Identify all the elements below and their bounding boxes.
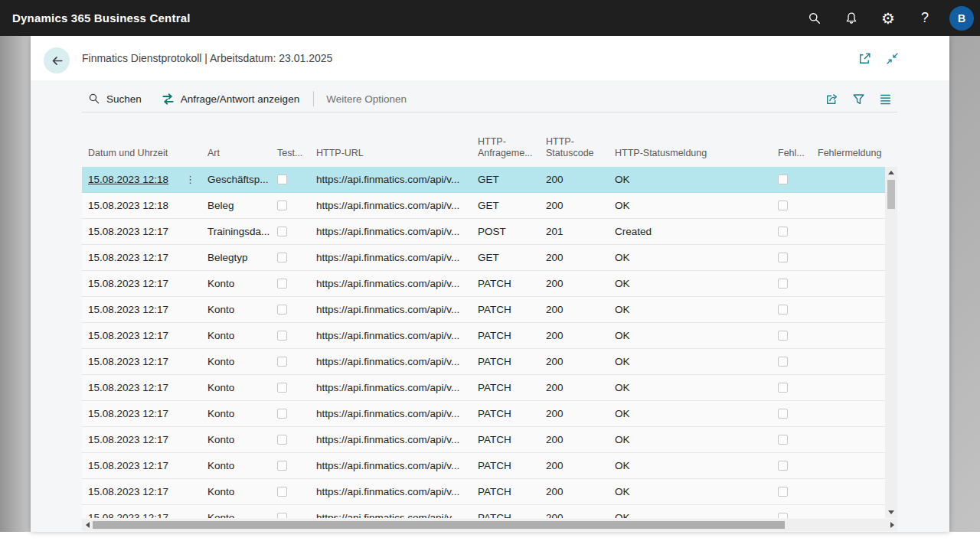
test-checkbox[interactable] <box>277 174 287 184</box>
filter-button[interactable] <box>851 91 866 106</box>
datetime-link[interactable]: 15.08.2023 12:17 <box>88 434 168 445</box>
app-title[interactable]: Dynamics 365 Business Central <box>12 11 191 24</box>
error-checkbox[interactable] <box>778 513 788 518</box>
table-row[interactable]: 15.08.2023 12:17Belegtyphttps://api.finm… <box>82 245 885 271</box>
test-checkbox[interactable] <box>277 435 287 445</box>
table-row[interactable]: 15.08.2023 12:18Beleghttps://api.finmati… <box>82 193 885 219</box>
test-checkbox[interactable] <box>277 253 287 262</box>
error-checkbox[interactable] <box>778 357 788 367</box>
error-checkbox[interactable] <box>778 487 788 497</box>
datetime-link[interactable]: 15.08.2023 12:17 <box>88 460 168 471</box>
datetime-link[interactable]: 15.08.2023 12:17 <box>88 356 168 367</box>
avatar[interactable]: B <box>949 6 974 31</box>
table-row[interactable]: 15.08.2023 12:17Kontohttps://api.finmati… <box>82 479 885 505</box>
datetime-link[interactable]: 15.08.2023 12:17 <box>88 278 168 289</box>
table-row[interactable]: 15.08.2023 12:17Trainingsda...https://ap… <box>82 219 885 245</box>
share-button[interactable] <box>824 91 839 106</box>
horizontal-scrollbar-thumb[interactable] <box>93 521 785 529</box>
datetime-link[interactable]: 15.08.2023 12:17 <box>88 252 168 263</box>
cell-http-url: https://api.finmatics.com/api/v... <box>310 167 472 192</box>
table-row[interactable]: 15.08.2023 12:17Kontohttps://api.finmati… <box>82 453 885 479</box>
datetime-link[interactable]: 15.08.2023 12:18 <box>88 200 168 211</box>
table-row[interactable]: 15.08.2023 12:17Kontohttps://api.finmati… <box>82 427 885 453</box>
datetime-link[interactable]: 15.08.2023 12:17 <box>88 382 168 393</box>
datetime-link[interactable]: 15.08.2023 12:17 <box>88 226 168 237</box>
cell-fehler <box>772 193 812 218</box>
datetime-link[interactable]: 15.08.2023 12:17 <box>88 486 168 497</box>
error-checkbox[interactable] <box>778 279 788 289</box>
test-checkbox[interactable] <box>277 331 287 341</box>
column-header-code[interactable]: HTTP- Statuscode <box>540 136 609 167</box>
table-row[interactable]: 15.08.2023 12:17Kontohttps://api.finmati… <box>82 271 885 297</box>
horizontal-scrollbar[interactable] <box>82 519 897 531</box>
table-row[interactable]: 15.08.2023 12:17Kontohttps://api.finmati… <box>82 505 885 518</box>
show-request-response-action[interactable]: Anfrage/Antwort anzeigen <box>162 93 299 106</box>
error-checkbox[interactable] <box>778 331 788 341</box>
scroll-left-button[interactable] <box>82 519 93 531</box>
table-row[interactable]: 15.08.2023 12:17Kontohttps://api.finmati… <box>82 297 885 323</box>
help-button[interactable]: ? <box>906 0 943 36</box>
table-row[interactable]: 15.08.2023 12:17Kontohttps://api.finmati… <box>82 349 885 375</box>
test-checkbox[interactable] <box>277 383 287 393</box>
column-header-art[interactable]: Art <box>201 148 271 167</box>
triangle-right-icon <box>890 522 894 528</box>
more-options-label: Weitere Optionen <box>326 93 407 105</box>
popout-button[interactable] <box>856 50 873 67</box>
table-row[interactable]: 15.08.2023 12:17Kontohttps://api.finmati… <box>82 323 885 349</box>
column-header-test[interactable]: Test... <box>271 148 310 167</box>
search-button[interactable] <box>796 0 833 36</box>
search-action[interactable]: Suchen <box>88 93 142 105</box>
column-header-msg[interactable]: HTTP-Statusmeldung <box>609 148 772 167</box>
scroll-up-button[interactable] <box>885 167 897 178</box>
column-header-err[interactable]: Fehlermeldung <box>812 148 885 167</box>
error-checkbox[interactable] <box>778 174 788 184</box>
datetime-link[interactable]: 15.08.2023 12:17 <box>88 408 168 419</box>
test-checkbox[interactable] <box>277 487 287 497</box>
cell-http-url: https://api.finmatics.com/api/v... <box>310 349 472 374</box>
column-header-url[interactable]: HTTP-URL <box>310 148 472 167</box>
error-checkbox[interactable] <box>778 253 788 262</box>
table-row[interactable]: 15.08.2023 12:18⋮Geschäftsp...https://ap… <box>82 167 885 193</box>
column-header-datetime[interactable]: Datum und Uhrzeit <box>82 148 201 167</box>
cell-fehler <box>772 219 812 244</box>
vertical-scrollbar-thumb[interactable] <box>887 180 895 209</box>
cell-art: Konto <box>201 453 271 478</box>
account-button[interactable]: B <box>943 0 980 36</box>
row-options-icon[interactable]: ⋮ <box>181 174 195 185</box>
scroll-down-button[interactable] <box>885 507 897 518</box>
test-checkbox[interactable] <box>277 279 287 289</box>
test-checkbox[interactable] <box>277 357 287 367</box>
test-checkbox[interactable] <box>277 227 287 236</box>
column-header-method[interactable]: HTTP- Anfrageme... <box>472 136 540 167</box>
test-checkbox[interactable] <box>277 461 287 471</box>
datetime-link[interactable]: 15.08.2023 12:17 <box>88 304 168 315</box>
scroll-right-button[interactable] <box>887 519 897 531</box>
cell-fehlermeldung <box>812 375 885 400</box>
error-checkbox[interactable] <box>778 227 788 236</box>
collapse-button[interactable] <box>884 50 900 67</box>
error-checkbox[interactable] <box>778 305 788 315</box>
settings-button[interactable]: ⚙ <box>870 0 906 36</box>
notifications-button[interactable] <box>833 0 870 36</box>
datetime-link[interactable]: 15.08.2023 12:18 <box>88 174 168 185</box>
test-checkbox[interactable] <box>277 409 287 419</box>
back-button[interactable] <box>44 47 70 73</box>
error-checkbox[interactable] <box>778 461 788 471</box>
test-checkbox[interactable] <box>277 305 287 315</box>
cell-http-url: https://api.finmatics.com/api/v... <box>310 427 472 452</box>
table-body: 15.08.2023 12:18⋮Geschäftsp...https://ap… <box>82 167 885 518</box>
datetime-link[interactable]: 15.08.2023 12:17 <box>88 330 168 341</box>
more-options-action[interactable]: Weitere Optionen <box>326 93 407 105</box>
test-checkbox[interactable] <box>277 201 287 210</box>
table-row[interactable]: 15.08.2023 12:17Kontohttps://api.finmati… <box>82 375 885 401</box>
vertical-scrollbar[interactable] <box>885 167 897 518</box>
table-row[interactable]: 15.08.2023 12:17Kontohttps://api.finmati… <box>82 401 885 427</box>
column-header-fehl[interactable]: Fehl... <box>772 148 812 167</box>
test-checkbox[interactable] <box>277 513 287 518</box>
error-checkbox[interactable] <box>778 409 788 419</box>
error-checkbox[interactable] <box>778 201 788 210</box>
error-checkbox[interactable] <box>778 435 788 445</box>
error-checkbox[interactable] <box>778 383 788 393</box>
datetime-link[interactable]: 15.08.2023 12:17 <box>88 512 168 518</box>
list-view-button[interactable] <box>877 91 893 106</box>
